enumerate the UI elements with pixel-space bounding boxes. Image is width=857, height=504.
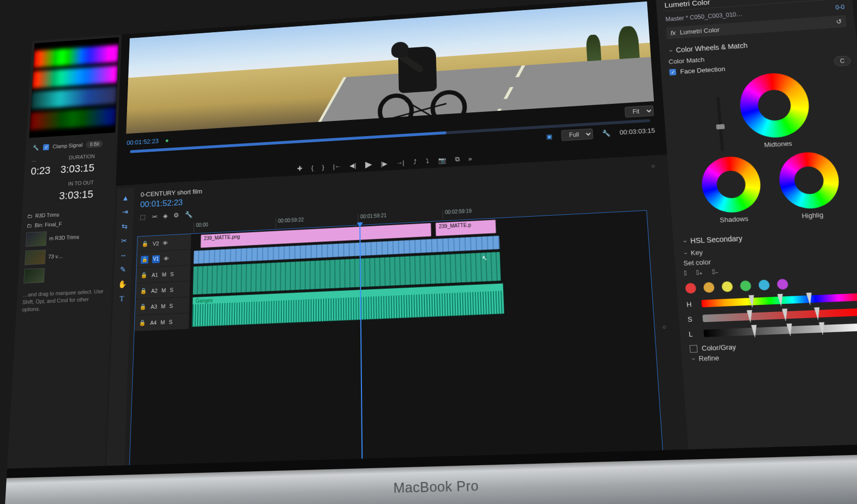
swatch[interactable]	[685, 283, 697, 294]
track-head-a1[interactable]: 🔒A1MS	[136, 265, 190, 283]
section-hsl-secondary: HSL Secondary Key Set color 𓄪 𓄪₊ 𓄪₋ H ✓ …	[681, 225, 857, 365]
clip-label: 239_MATTE.p	[439, 222, 471, 229]
bitdepth-pill[interactable]: 8 Bit	[86, 140, 103, 148]
play-icon[interactable]: ▶	[365, 159, 372, 170]
section-color-wheels: Color Wheels & Match Color Match ✓ Face …	[667, 32, 857, 229]
clip-label: Ganges	[196, 297, 213, 303]
safe-margins-icon[interactable]: ▣	[546, 133, 553, 140]
ruler-tick: 00:02:59:19	[443, 208, 472, 220]
lift-icon[interactable]: ⤴	[413, 158, 416, 165]
wheel-shadows[interactable]	[700, 155, 763, 214]
bin-list: 🗀 R3D Trims 🗀 Bin: Final_F m R3D Trims 7…	[21, 207, 112, 286]
infinity-badge: 0-0	[835, 4, 845, 11]
luma-slider[interactable]	[716, 97, 724, 151]
pen-tool-icon[interactable]: ✎	[119, 265, 126, 274]
type-tool-icon[interactable]: T	[119, 295, 124, 303]
marker-icon[interactable]: ◈	[163, 212, 168, 220]
clip-thumbnail	[26, 231, 47, 247]
inout-label: IN TO OUT	[68, 179, 94, 186]
scroll-up-icon[interactable]: ○	[651, 162, 663, 169]
fx-badge-icon: fx	[670, 29, 676, 37]
swatch[interactable]	[777, 279, 789, 290]
program-tc[interactable]: 00:01:52:23	[127, 137, 159, 146]
sync-indicator-icon: ●	[165, 137, 169, 144]
s-range-slider[interactable]	[702, 308, 857, 322]
wrench-icon[interactable]: 🔧	[32, 144, 39, 152]
clip-thumbnail	[24, 268, 45, 284]
ruler-tick: 00:00	[194, 222, 208, 232]
resolution-select[interactable]: Full	[561, 129, 593, 141]
duration-label: DURATION	[69, 153, 95, 160]
snap-icon[interactable]: ⬚	[140, 213, 146, 221]
fx-name: Lumetri Color	[680, 26, 720, 36]
bin-label: R3D Trims	[35, 212, 59, 219]
swatch[interactable]	[758, 280, 770, 291]
reset-icon[interactable]: ↺	[836, 18, 842, 25]
go-in-icon[interactable]: |←	[333, 162, 341, 170]
eyedropper-sub-icon[interactable]: 𓄪₋	[712, 268, 719, 276]
settings-icon[interactable]: ⚙	[173, 211, 179, 219]
more-controls-icon[interactable]: »	[468, 155, 472, 162]
mark-out-icon[interactable]: }	[322, 163, 324, 171]
step-forward-icon[interactable]: |▶	[381, 160, 387, 167]
step-back-icon[interactable]: ◀|	[350, 161, 356, 169]
panel-title[interactable]: Lumetri Color	[664, 0, 710, 9]
selection-tool-icon[interactable]: ▲	[122, 194, 129, 202]
cursor-arrow-icon: ↖	[482, 254, 488, 262]
comparison-icon[interactable]: ⧉	[455, 155, 459, 163]
swatch[interactable]	[703, 282, 715, 293]
wheel-highlights[interactable]	[777, 151, 841, 210]
colorgray-checkbox[interactable]	[690, 345, 698, 352]
link-icon[interactable]: ⫘	[151, 213, 158, 220]
l-range-slider[interactable]	[704, 323, 857, 337]
track-head-a3[interactable]: 🔒A3MS	[135, 297, 190, 315]
add-marker-icon[interactable]: ✚	[297, 164, 303, 172]
wheel-midtones[interactable]	[738, 71, 812, 139]
eyedropper-icon[interactable]: 𓄪	[684, 269, 687, 277]
bin-label: 73 v…	[48, 253, 63, 260]
track-head-a4[interactable]: 🔒A4MS	[135, 313, 190, 331]
face-detection-checkbox[interactable]: ✓	[669, 69, 676, 75]
help-tip: …and drag to marquee select. Use Shift, …	[19, 283, 109, 317]
wrench-icon[interactable]: 🔧	[185, 211, 193, 218]
go-out-icon[interactable]: →|	[396, 159, 404, 166]
clamp-checkbox[interactable]: ✓	[43, 144, 49, 150]
wheel-label-highlights: Highlig	[802, 211, 824, 220]
clamp-label: Clamp Signal	[52, 142, 83, 150]
track-select-tool-icon[interactable]: ⇥	[122, 208, 129, 217]
lumetri-scopes[interactable]	[29, 37, 119, 138]
bin-label: Bin: Final_F	[34, 221, 62, 228]
program-monitor: 00:01:52:23 ● Fit ▣ Full 🔧 00:03:03:15 ✚…	[116, 0, 667, 186]
bin-item[interactable]	[21, 263, 110, 286]
s-label: S	[687, 315, 695, 323]
folder-icon: 🗀	[27, 213, 33, 219]
track-head-a2[interactable]: 🔒A2MS	[136, 281, 190, 299]
zoom-select[interactable]: Fit	[625, 105, 654, 118]
source-tc-label: …	[31, 157, 37, 163]
bin-label: m R3D Trims	[49, 234, 79, 241]
inout-value: 3:03:15	[59, 188, 94, 202]
slip-tool-icon[interactable]: ↔	[119, 251, 127, 260]
mark-in-icon[interactable]: {	[312, 164, 314, 171]
clip-v2b[interactable]: 239_MATTE.p	[435, 219, 496, 236]
left-column: 🔧 ✓ Clamp Signal 8 Bit … 0:23 DURATION 3…	[4, 34, 121, 504]
hand-tool-icon[interactable]: ✋	[117, 280, 127, 289]
track-head-v1[interactable]: 🔒V1👁	[137, 249, 191, 268]
clip-label: 239_MATTE.png	[204, 234, 240, 241]
apply-match-button[interactable]: C	[834, 55, 851, 66]
swatch[interactable]	[721, 281, 733, 292]
export-frame-icon[interactable]: 📷	[438, 156, 446, 164]
wrench-icon[interactable]: 🔧	[602, 129, 610, 137]
razor-tool-icon[interactable]: ✂	[120, 236, 127, 245]
master-clip-path: Master * C050_C003_010…	[665, 11, 743, 23]
ruler-tick: 00:00:59:22	[276, 217, 304, 228]
wheel-label-shadows: Shadows	[719, 215, 749, 224]
swatch[interactable]	[740, 280, 751, 291]
extract-icon[interactable]: ⤵	[425, 157, 429, 165]
program-total-tc: 00:03:03:15	[620, 127, 655, 136]
eyedropper-add-icon[interactable]: 𓄪₊	[696, 268, 703, 276]
ripple-tool-icon[interactable]: ⇆	[121, 222, 128, 231]
wheel-label-midtones: Midtones	[764, 140, 792, 149]
duration-value: 3:03:15	[60, 162, 94, 176]
h-label: H	[686, 300, 694, 308]
